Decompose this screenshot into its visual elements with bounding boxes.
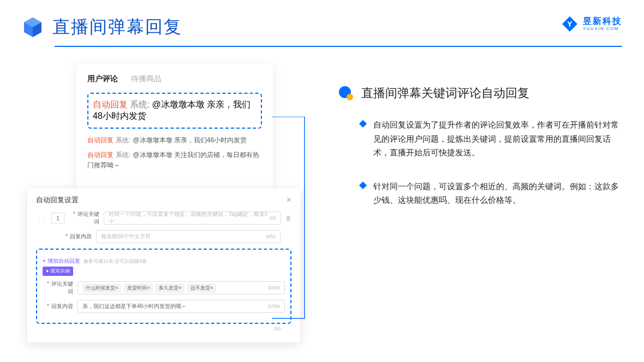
label-keyword: *评论关键词 [43,280,73,295]
chat-bubble-icon [338,86,354,101]
description-panel: 直播间弹幕关键词评论自动回复 自动回复设置为了提升作者的评论回复效率，作者可在开… [306,63,622,227]
system-label: 系统: [130,100,150,109]
bullet-item: 自动回复设置为了提升作者的评论回复效率，作者可在开播前针对常见的评论用户问题，提… [338,118,622,160]
modal-title: 自动回复设置 [36,195,79,205]
label-reply: *回复内容 [43,303,73,310]
label-reply: *回复内容 [61,233,92,240]
tab-comments[interactable]: 用户评论 [87,74,118,84]
index-box: 1 [51,213,64,224]
comments-card: 用户评论 待播商品 自动回复系统:@冰墩墩本墩 亲亲，我们48小时内发货 自动回… [76,63,273,192]
add-reply-link[interactable]: + 增加自动回复最多可建10条 还可以创建9条 [43,255,285,265]
cube-icon [22,16,44,38]
example-reply-input: 亲，我们这边都是下单48小时内发货的哦～37/50 [77,300,285,313]
settings-modal: 自动回复设置 × ⋮⋮ 1 *评论关键词 对同一个问题，可设置多个相近、高频的关… [27,189,300,342]
delete-icon[interactable]: 🗑 [285,215,291,221]
drag-handle-icon[interactable]: ⋮⋮ [36,215,47,221]
comment-line: 自动回复系统:@冰墩墩本墩 关注我们的店铺，每日都有热门推荐呦～ [87,150,262,171]
diamond-icon [359,181,367,189]
page-header: 直播间弹幕回复 [0,0,644,46]
diamond-icon [359,120,367,128]
tab-products[interactable]: 待播商品 [131,74,162,84]
reply-input[interactable]: 每条限50个中文字符0/50 [96,230,281,243]
brand-name-en: YUUXIN.COM [583,27,622,31]
label-keyword: *评论关键词 [69,210,99,226]
page-title: 直播间弹幕回复 [52,15,182,39]
brand-name-cn: 昱新科技 [583,17,622,26]
highlighted-comment: 自动回复系统:@冰墩墩本墩 亲亲，我们48小时内发货 [87,93,262,129]
brand-icon: Y [561,15,579,33]
bullet-item: 针对同一个问题，可设置多个相近的、高频的关键词。例如：这款多少钱、这块能优惠吗、… [338,179,622,207]
example-highlight: + 增加自动回复最多可建10条 还可以创建9条 ● 填写示例 *评论关键词 什么… [36,249,291,324]
svg-text:Y: Y [567,20,573,28]
tail-counter: /50 [36,324,291,331]
screenshot-panel: 用户评论 待播商品 自动回复系统:@冰墩墩本墩 亲亲，我们48小时内发货 自动回… [22,63,306,227]
example-badge: ● 填写示例 [43,267,73,276]
brand-logo: Y 昱新科技 YUUXIN.COM [561,15,622,33]
example-keyword-input: 什么时候发货× 发货时间× 多久发货× 还不发货× 20/50 [77,281,285,294]
section-title: 直播间弹幕关键词评论自动回复 [361,85,529,101]
auto-reply-tag: 自动回复 [93,100,128,109]
keyword-input[interactable]: 对同一个问题，可设置多个相近、高频的关键词，Tag确定，最多5个0/5 [104,212,281,225]
svg-point-2 [347,94,353,100]
comment-line: 自动回复系统:@冰墩墩本墩 亲亲，我们48小时内发货 [87,135,262,146]
close-icon[interactable]: × [287,195,291,205]
